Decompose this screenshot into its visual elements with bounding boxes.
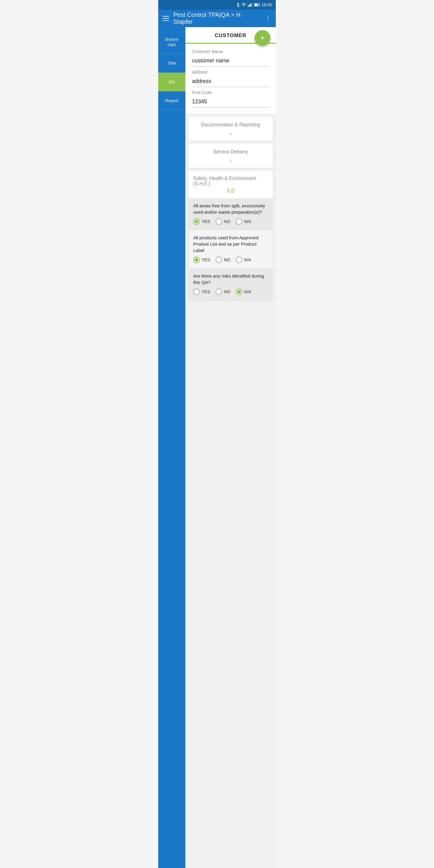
qa-q1-na-label: N/A — [244, 219, 251, 224]
signal-icon — [248, 3, 253, 7]
qa-q1-yes-option[interactable]: YES — [193, 218, 210, 225]
app-bar-title: Pest Control TPA|QA > H Stapfer — [173, 11, 260, 25]
svg-rect-4 — [251, 3, 252, 7]
sidebar: Techni-cian TPA QA Report — [158, 27, 185, 868]
qa-q3-yes-radio[interactable] — [193, 288, 200, 295]
svg-rect-2 — [249, 4, 250, 7]
qa-question-1-options: YES NO N/A — [193, 218, 268, 228]
qa-q1-yes-radio-inner — [195, 220, 198, 223]
qa-question-3-text: Are there any risks identified during th… — [193, 273, 268, 285]
qa-q2-no-radio[interactable] — [216, 256, 222, 263]
qa-q2-na-radio[interactable] — [236, 256, 242, 263]
qa-q2-yes-radio[interactable] — [193, 256, 200, 263]
qa-q2-yes-label: YES — [202, 257, 210, 262]
svg-point-0 — [244, 6, 244, 7]
qa-question-2: All products used from Approved Produst … — [188, 230, 273, 269]
qa-q1-no-option[interactable]: NO — [216, 218, 230, 225]
documentation-reporting-toggle[interactable]: Documentation & Reporting ⌄ — [188, 117, 273, 141]
qa-q1-no-radio[interactable] — [216, 218, 222, 225]
qa-q2-na-label: N/A — [244, 257, 251, 262]
sidebar-item-qa[interactable]: QA — [158, 73, 185, 91]
post-code-input[interactable] — [192, 97, 269, 107]
wifi-icon — [241, 3, 246, 7]
svg-rect-7 — [254, 4, 258, 6]
address-input[interactable] — [192, 76, 269, 87]
she-card: Safety, Health & Environment (S.H.E.) 5,… — [188, 171, 273, 301]
qa-q3-no-radio[interactable] — [216, 288, 222, 295]
she-score: 5,0 — [227, 188, 234, 194]
qa-q1-na-radio[interactable] — [236, 218, 242, 225]
documentation-reporting-card: Documentation & Reporting ⌄ — [188, 117, 273, 141]
service-delivery-toggle[interactable]: Service Delivery ⌄ — [188, 144, 273, 168]
bluetooth-icon — [236, 2, 240, 7]
qa-q2-no-option[interactable]: NO — [216, 256, 230, 263]
address-label: Address — [192, 70, 269, 74]
service-delivery-title: Service Delivery — [213, 149, 248, 155]
sidebar-item-tpa[interactable]: TPA — [158, 54, 185, 73]
qa-question-2-options: YES NO N/A — [193, 256, 268, 267]
qa-q2-na-option[interactable]: N/A — [236, 256, 251, 263]
qa-q3-yes-label: YES — [202, 289, 210, 294]
qa-q1-no-label: NO — [224, 219, 230, 224]
qa-q2-no-label: NO — [224, 257, 230, 262]
qa-q3-na-radio-inner — [237, 290, 241, 293]
qa-q1-yes-label: YES — [202, 219, 210, 224]
service-delivery-card: Service Delivery ⌄ — [188, 144, 273, 168]
svg-rect-3 — [250, 4, 251, 7]
customer-form: Customer Name Address Post Code — [185, 44, 276, 114]
section-header: CUSTOMER + — [185, 27, 276, 44]
add-customer-button[interactable]: + — [255, 30, 270, 46]
time-display: 18:50 — [261, 2, 272, 7]
qa-question-3-options: YES NO N/A — [193, 288, 268, 299]
sidebar-item-report[interactable]: Report — [158, 91, 185, 110]
qa-q1-na-option[interactable]: N/A — [236, 218, 251, 225]
more-options-button[interactable]: ⋮ — [265, 14, 272, 22]
svg-rect-1 — [248, 5, 249, 7]
documentation-reporting-title: Documentation & Reporting — [201, 122, 260, 127]
qa-question-3: Are there any risks identified during th… — [188, 269, 273, 301]
qa-q2-yes-radio-inner — [195, 258, 198, 261]
chevron-down-icon: ⌄ — [228, 130, 233, 136]
qa-q3-na-radio[interactable] — [236, 288, 242, 295]
status-icons: 18:50 — [236, 2, 272, 7]
customer-name-label: Customer Name — [192, 49, 269, 54]
qa-q3-yes-option[interactable]: YES — [193, 288, 210, 295]
qa-q2-yes-option[interactable]: YES — [193, 256, 210, 263]
she-header: Safety, Health & Environment (S.H.E.) 5,… — [188, 171, 273, 198]
app-bar: Pest Control TPA|QA > H Stapfer ⋮ — [158, 10, 276, 27]
status-bar: 18:50 — [158, 0, 276, 10]
main-layout: Techni-cian TPA QA Report CUSTOMER + Cus… — [158, 27, 276, 868]
battery-icon — [254, 3, 260, 7]
qa-question-1: All areas free from split, excessively u… — [188, 198, 273, 230]
svg-rect-6 — [259, 4, 260, 6]
customer-name-input[interactable] — [192, 56, 269, 67]
qa-q3-no-option[interactable]: NO — [216, 288, 230, 295]
she-title: Safety, Health & Environment (S.H.E.) — [193, 176, 268, 187]
qa-question-1-text: All areas free from split, excessively u… — [193, 203, 268, 215]
qa-q1-yes-radio[interactable] — [193, 218, 200, 225]
qa-q3-no-label: NO — [224, 289, 230, 294]
post-code-label: Post Code — [192, 90, 269, 95]
qa-question-2-text: All products used from Approved Produst … — [193, 235, 268, 253]
content-area: CUSTOMER + Customer Name Address Post Co… — [185, 27, 276, 868]
qa-q3-na-label: N/A — [244, 289, 251, 294]
sidebar-item-technician[interactable]: Techni-cian — [158, 30, 185, 54]
chevron-down-icon-2: ⌄ — [228, 157, 233, 164]
qa-q3-na-option[interactable]: N/A — [236, 288, 251, 295]
hamburger-menu-button[interactable] — [162, 16, 169, 21]
